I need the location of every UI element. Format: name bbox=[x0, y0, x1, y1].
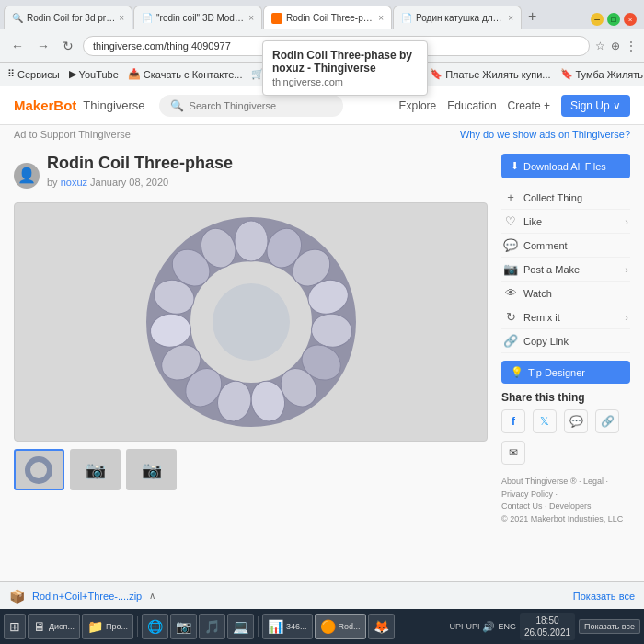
plus-icon: + bbox=[503, 190, 518, 204]
new-tab-button[interactable]: + bbox=[523, 8, 542, 25]
show-desktop-button[interactable]: Показать все bbox=[579, 619, 640, 634]
facebook-share[interactable]: f bbox=[501, 409, 525, 433]
bookmark-vk[interactable]: 📥 Скачать с Контакте... bbox=[128, 68, 243, 80]
tab-1[interactable]: 🔍 Rodin Coil for 3d printer — Янд... × bbox=[4, 6, 132, 29]
tab3-close[interactable]: × bbox=[378, 13, 384, 23]
taskbar-346[interactable]: 📊 346... bbox=[262, 614, 313, 639]
taskbar-pro[interactable]: 📁 Про... bbox=[82, 614, 133, 639]
show-all-downloads[interactable]: Показать все bbox=[573, 591, 635, 602]
taskbar-laptop[interactable]: 💻 bbox=[227, 614, 254, 639]
laptop-icon: 💻 bbox=[233, 619, 248, 634]
copy-link-action[interactable]: 🔗 Copy Link bbox=[501, 329, 630, 353]
upi1-icon: UPI bbox=[449, 622, 463, 631]
thing-right: ⬇ Download All Files + Collect Thing ♡ L… bbox=[501, 154, 630, 572]
author-link[interactable]: noxuz bbox=[61, 177, 87, 188]
watch-action[interactable]: 👁 Watch bbox=[501, 282, 630, 305]
bookmark-icon[interactable]: ⊕ bbox=[611, 40, 620, 52]
maximize-button[interactable]: □ bbox=[607, 13, 620, 26]
download-chevron[interactable]: ∧ bbox=[149, 591, 155, 601]
tab1-title: Rodin Coil for 3d printer — Янд... bbox=[27, 13, 115, 23]
center-hole bbox=[213, 283, 290, 361]
search-icon: 🔍 bbox=[170, 99, 184, 112]
clock-date: 26.05.2021 bbox=[524, 627, 570, 638]
menu-icon[interactable]: ⋮ bbox=[626, 40, 637, 52]
folder-icon: 📁 bbox=[87, 619, 103, 634]
svg-point-1 bbox=[235, 221, 268, 261]
lang-icon[interactable]: ENG bbox=[498, 622, 516, 631]
taskbar-rod[interactable]: 🟠 Rod... bbox=[315, 614, 366, 639]
tab1-close[interactable]: × bbox=[119, 13, 124, 23]
chart-label: 346... bbox=[286, 622, 307, 631]
signup-button[interactable]: Sign Up ∨ bbox=[561, 95, 630, 117]
back-button[interactable]: ← bbox=[7, 37, 28, 55]
download-icon: ⬇ bbox=[511, 160, 519, 172]
tab-2[interactable]: 📄 "rodin coil" 3D Models to Print -... × bbox=[133, 6, 262, 29]
tab4-title: Родин катушка для хлеба кату... bbox=[416, 13, 504, 23]
forward-button[interactable]: → bbox=[33, 37, 53, 55]
tip-designer-button[interactable]: 💡 Tip Designer bbox=[501, 361, 630, 384]
refresh-button[interactable]: ↻ bbox=[59, 37, 77, 55]
like-action[interactable]: ♡ Like › bbox=[501, 210, 630, 234]
taskbar-sep1 bbox=[137, 616, 138, 637]
pro-label: Про... bbox=[106, 622, 128, 631]
thumbnail-3[interactable]: 📷 bbox=[126, 449, 177, 490]
download-all-button[interactable]: ⬇ Download All Files bbox=[501, 154, 630, 178]
firefox-icon: 🦊 bbox=[374, 619, 389, 634]
tab2-title: "rodin coil" 3D Models to Print -... bbox=[156, 13, 245, 23]
thumbnail-1[interactable] bbox=[14, 449, 64, 490]
postmake-arrow: › bbox=[625, 264, 628, 275]
close-button[interactable]: × bbox=[624, 13, 637, 26]
whatsapp-share[interactable]: 💬 bbox=[564, 409, 588, 433]
thumbnail-2[interactable]: 📷 bbox=[70, 449, 121, 490]
education-link[interactable]: Education bbox=[447, 99, 496, 112]
link-share[interactable]: 🔗 bbox=[595, 409, 619, 433]
tab2-close[interactable]: × bbox=[248, 13, 254, 23]
thing-left: 👤 Rodin Coil Three-phase by noxuz Januar… bbox=[14, 154, 488, 572]
site-logo[interactable]: MakerBot Thingiverse bbox=[14, 98, 145, 113]
bookmark-servisy[interactable]: ⠿ Сервисы bbox=[7, 68, 60, 80]
taskbar-music[interactable]: 🎵 bbox=[199, 614, 225, 639]
bookmark-platye[interactable]: 🔖 Платье Жилять купи... bbox=[430, 68, 550, 80]
camera-icon: 📷 bbox=[503, 262, 518, 276]
clock-time: 18:50 bbox=[524, 615, 570, 627]
remix-arrow: › bbox=[625, 312, 628, 323]
tab-3[interactable]: Rodin Coil Three-phase by nox... × bbox=[263, 6, 392, 29]
comment-action[interactable]: 💬 Comment bbox=[501, 234, 630, 258]
ad-why-link[interactable]: Why do we show ads on Thingiverse? bbox=[460, 129, 630, 140]
thingiverse-logo: Thingiverse bbox=[83, 98, 144, 112]
thing-title: Rodin Coil Three-phase bbox=[47, 154, 233, 173]
twitter-share[interactable]: 𝕏 bbox=[533, 409, 557, 433]
download-filename[interactable]: Rodin+Coil+Three-....zip bbox=[32, 591, 142, 602]
header-nav: Explore Education Create + Sign Up ∨ bbox=[399, 95, 630, 117]
taskbar-disp[interactable]: 🖥 Дисп... bbox=[28, 614, 80, 639]
tab4-close[interactable]: × bbox=[508, 13, 513, 23]
disp-icon: 🖥 bbox=[33, 619, 46, 634]
collect-action[interactable]: + Collect Thing bbox=[501, 186, 630, 210]
ad-text: Ad to Support Thingiverse bbox=[14, 129, 131, 140]
bookmark-youtube[interactable]: ▶ YouTube bbox=[69, 68, 119, 80]
tab3-title: Rodin Coil Three-phase by nox... bbox=[286, 13, 374, 23]
taskbar-photo[interactable]: 📷 bbox=[170, 614, 197, 639]
search-input[interactable] bbox=[190, 100, 332, 111]
browser-window: 🔍 Rodin Coil for 3d printer — Янд... × 📄… bbox=[0, 0, 644, 644]
taskbar-start[interactable]: ⊞ bbox=[4, 614, 26, 639]
explore-link[interactable]: Explore bbox=[399, 99, 437, 112]
volume-icon[interactable]: 🔊 bbox=[482, 621, 495, 633]
window-controls: ─ □ × bbox=[591, 13, 640, 29]
system-clock[interactable]: 18:50 26.05.2021 bbox=[520, 613, 575, 640]
tab-4[interactable]: 📄 Родин катушка для хлеба кату... × bbox=[393, 6, 522, 29]
email-share[interactable]: ✉ bbox=[501, 441, 525, 465]
create-link[interactable]: Create + bbox=[508, 99, 550, 112]
star-icon[interactable]: ☆ bbox=[595, 40, 605, 52]
share-title: Share this thing bbox=[501, 391, 630, 404]
taskbar-firefox[interactable]: 🦊 bbox=[368, 614, 395, 639]
main-body: 👤 Rodin Coil Three-phase by noxuz Januar… bbox=[0, 144, 644, 581]
sys-tray: UPI UPI 🔊 ENG bbox=[449, 621, 516, 633]
post-make-action[interactable]: 📷 Post a Make › bbox=[501, 258, 630, 282]
search-bar[interactable]: 🔍 bbox=[159, 95, 343, 117]
taskbar-browser[interactable]: 🌐 bbox=[142, 614, 168, 639]
remix-action[interactable]: ↻ Remix it › bbox=[501, 305, 630, 329]
minimize-button[interactable]: ─ bbox=[591, 13, 604, 26]
taskbar-sep2 bbox=[258, 616, 259, 637]
bookmark-tumba[interactable]: 🔖 Тумба Жилять купи... bbox=[560, 68, 644, 80]
